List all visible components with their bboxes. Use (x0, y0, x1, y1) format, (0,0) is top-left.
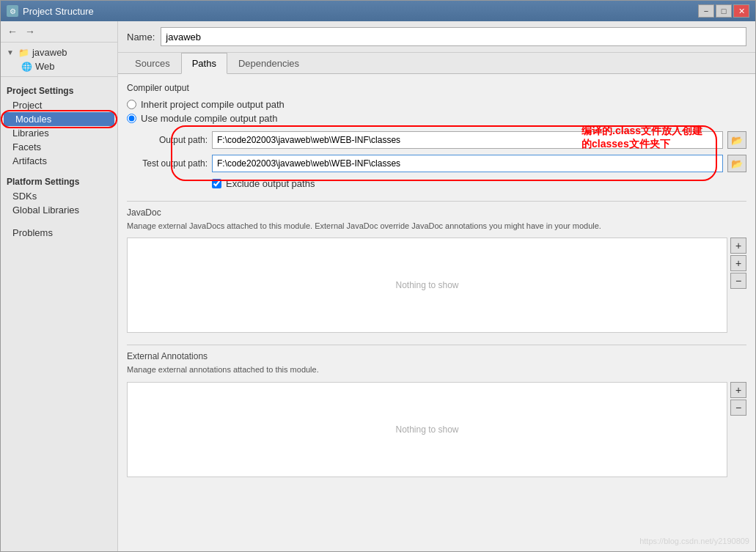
external-annotations-desc: Manage external annotations attached to … (127, 364, 746, 375)
sidebar-item-libraries[interactable]: Libraries (1, 126, 117, 140)
window-controls: − □ ✕ (698, 4, 749, 18)
output-path-label: Output path: (127, 135, 208, 145)
compiler-output-title: Compiler output (127, 83, 746, 93)
test-output-path-label: Test output path: (127, 158, 208, 169)
test-output-path-row: Test output path: 📂 (127, 155, 746, 172)
sidebar-label-modules: Modules (15, 114, 51, 125)
external-annotations-buttons: + − (730, 382, 746, 416)
output-path-browse-button[interactable]: 📂 (727, 131, 746, 149)
maximize-button[interactable]: □ (716, 4, 732, 18)
compiler-output-section: Compiler output Inherit project compile … (127, 83, 746, 189)
tabs-bar: Sources Paths Dependencies (118, 53, 755, 74)
javadoc-buttons: + + − (730, 238, 746, 289)
app-icon: ⚙ (7, 5, 18, 17)
sidebar-item-modules[interactable]: Modules (4, 112, 114, 126)
web-icon: 🌐 (21, 62, 32, 72)
javadoc-list-box: Nothing to show (127, 238, 727, 333)
ext-remove-button[interactable]: − (730, 400, 746, 416)
javadoc-section: JavaDoc Manage external JavaDocs attache… (127, 207, 746, 333)
javadoc-desc: Manage external JavaDocs attached to thi… (127, 221, 746, 232)
paths-tab-content: Compiler output Inherit project compile … (118, 74, 755, 551)
sidebar-item-facets[interactable]: Facets (1, 140, 117, 154)
watermark: https://blog.csdn.net/y2190809 (639, 537, 749, 545)
project-settings-header: Project Settings (1, 81, 117, 98)
javadoc-add2-button[interactable]: + (730, 255, 746, 271)
test-output-path-browse-button[interactable]: 📂 (727, 155, 746, 172)
radio-use-module-label: Use module compile output path (141, 113, 277, 124)
sidebar-label-facets: Facets (12, 141, 41, 152)
title-bar: ⚙ Project Structure − □ ✕ (1, 1, 755, 21)
javadoc-title: JavaDoc (127, 207, 746, 218)
exclude-checkbox[interactable] (212, 179, 221, 188)
external-annotations-empty-text: Nothing to show (395, 424, 458, 435)
external-annotations-list-box: Nothing to show (127, 382, 727, 477)
radio-inherit-label: Inherit project compile output path (141, 99, 285, 110)
platform-settings-header: Platform Settings (1, 172, 117, 189)
output-path-input[interactable] (212, 131, 723, 149)
tree-label-web: Web (35, 61, 55, 72)
radio-inherit[interactable]: Inherit project compile output path (127, 99, 746, 110)
radio-group-compiler: Inherit project compile output path Use … (127, 99, 746, 124)
sidebar-item-project[interactable]: Project (1, 98, 117, 112)
tab-sources[interactable]: Sources (124, 53, 181, 74)
name-label: Name: (127, 32, 155, 43)
radio-use-module[interactable]: Use module compile output path (127, 113, 746, 124)
javadoc-panel: Nothing to show + + − (127, 238, 746, 333)
external-annotations-section: External Annotations Manage external ann… (127, 351, 746, 476)
right-panel: Name: Sources Paths Dependencies Compile… (118, 21, 755, 551)
close-button[interactable]: ✕ (733, 4, 749, 18)
sidebar-item-artifacts[interactable]: Artifacts (1, 154, 117, 168)
javadoc-add-button[interactable]: + (730, 238, 746, 254)
radio-use-module-input[interactable] (127, 114, 136, 123)
sidebar-label-artifacts: Artifacts (12, 155, 47, 166)
radio-inherit-input[interactable] (127, 100, 136, 109)
sidebar-label-project: Project (12, 100, 42, 111)
browse-icon-2: 📂 (731, 158, 743, 169)
sidebar-item-sdks[interactable]: SDKs (1, 189, 117, 203)
nav-back-button[interactable]: ← (5, 24, 20, 39)
javadoc-remove-button[interactable]: − (730, 273, 746, 289)
output-path-row: Output path: 📂 (127, 131, 746, 149)
folder-icon: 📁 (18, 48, 29, 58)
sidebar-label-problems: Problems (12, 227, 53, 238)
external-annotations-panel: Nothing to show + − (127, 382, 746, 477)
tab-paths[interactable]: Paths (181, 53, 227, 74)
sidebar-item-problems[interactable]: Problems (1, 226, 117, 240)
sidebar-item-global-libraries[interactable]: Global Libraries (1, 203, 117, 217)
test-output-path-input[interactable] (212, 155, 723, 172)
name-bar: Name: (118, 21, 755, 53)
tree-label-javaweb: javaweb (32, 47, 67, 58)
external-annotations-title: External Annotations (127, 351, 746, 361)
tree-item-web[interactable]: 🌐 Web (1, 59, 117, 73)
name-input[interactable] (161, 27, 746, 46)
sidebar-label-sdks: SDKs (12, 191, 37, 202)
tab-dependencies[interactable]: Dependencies (227, 53, 310, 74)
minimize-button[interactable]: − (698, 4, 714, 18)
tree-item-javaweb[interactable]: ▼ 📁 javaweb (1, 45, 117, 59)
browse-icon: 📂 (731, 135, 743, 146)
ext-add-button[interactable]: + (730, 382, 746, 398)
sidebar-label-libraries: Libraries (12, 128, 49, 139)
arrow-icon: ▼ (7, 48, 14, 56)
exclude-checkbox-label: Exclude output paths (226, 178, 315, 189)
sidebar: ← → ▼ 📁 javaweb 🌐 Web Project Settings (1, 21, 118, 551)
nav-forward-button[interactable]: → (23, 24, 37, 39)
javadoc-empty-text: Nothing to show (395, 280, 458, 290)
sidebar-label-global-libraries: Global Libraries (12, 205, 79, 216)
window-title: Project Structure (23, 6, 94, 17)
exclude-checkbox-row: Exclude output paths (212, 178, 746, 189)
